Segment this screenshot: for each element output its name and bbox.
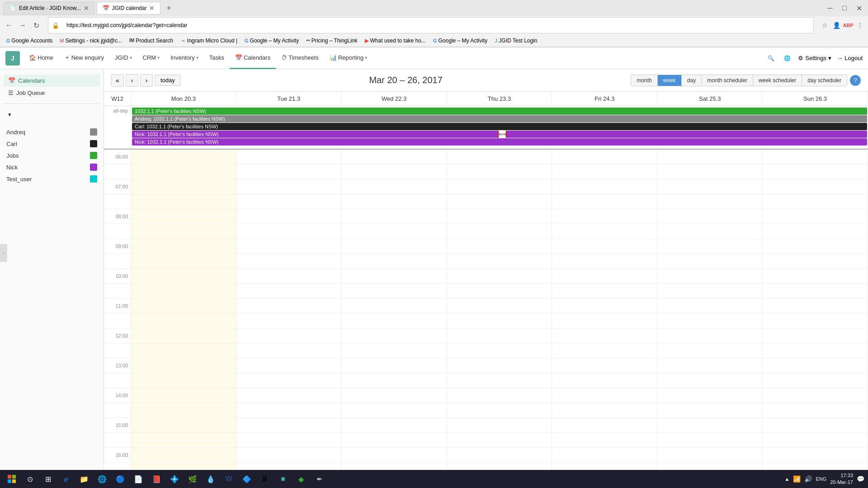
cal-help-btn[interactable]: ?	[850, 75, 861, 86]
taskbar-pen[interactable]: ✒	[311, 471, 327, 487]
day-cell-19-5[interactable]	[657, 433, 763, 448]
bookmark-star-icon[interactable]: ☆	[820, 21, 829, 30]
day-cell-21-5[interactable]	[657, 463, 763, 470]
day-cell-10-5[interactable]	[657, 299, 763, 314]
day-cell-12-6[interactable]	[763, 328, 868, 343]
nav-calendars[interactable]: 📅 Calendars	[230, 47, 276, 69]
day-cell-17-1[interactable]	[236, 403, 342, 418]
taskbar-folder[interactable]: 📁	[76, 471, 92, 487]
taskbar-app1[interactable]: 📄	[130, 471, 146, 487]
day-cell-5-3[interactable]	[447, 224, 552, 239]
taskbar-app5[interactable]: 💧	[203, 471, 219, 487]
day-cell-13-5[interactable]	[657, 343, 763, 358]
day-cell-21-4[interactable]	[552, 463, 657, 470]
adblock-icon[interactable]: ABP	[844, 21, 853, 30]
calendar-item-testuser[interactable]: Test_user	[4, 173, 100, 185]
day-cell-2-2[interactable]	[342, 179, 447, 194]
day-cell-21-3[interactable]	[447, 463, 552, 470]
sidebar-collapse-tab[interactable]: ‹	[0, 244, 7, 262]
close-btn[interactable]: ✕	[854, 3, 864, 14]
day-cell-8-4[interactable]	[552, 269, 657, 284]
day-cell-21-6[interactable]	[763, 463, 868, 470]
view-week-scheduler[interactable]: week scheduler	[753, 75, 802, 86]
day-cell-0-4[interactable]	[552, 150, 657, 164]
day-cell-17-2[interactable]	[342, 403, 447, 418]
day-cell-6-0[interactable]	[131, 239, 236, 254]
taskbar-app3[interactable]: 💠	[166, 471, 183, 487]
day-cell-5-0[interactable]	[131, 224, 236, 239]
view-month-scheduler[interactable]: month scheduler	[702, 75, 753, 86]
day-cell-0-2[interactable]	[342, 150, 447, 164]
day-cell-15-2[interactable]	[342, 373, 447, 388]
day-cell-14-5[interactable]	[657, 358, 763, 373]
day-cell-18-6[interactable]	[763, 418, 868, 433]
tab-2-close[interactable]: ✕	[149, 5, 155, 12]
time-grid-scroll[interactable]: 06:0007:0008:0009:0010:0011:0012:0013:00…	[104, 150, 868, 470]
day-cell-7-1[interactable]	[236, 254, 342, 269]
day-cell-2-0[interactable]	[131, 179, 236, 194]
taskbar-app7[interactable]: ■	[275, 471, 291, 487]
day-cell-6-6[interactable]	[763, 239, 868, 254]
bookmark-ingram[interactable]: → Ingram Micro Cloud |	[178, 37, 240, 45]
day-cell-2-1[interactable]	[236, 179, 342, 194]
day-cell-21-2[interactable]	[342, 463, 447, 470]
view-week[interactable]: week	[658, 75, 682, 86]
day-cell-9-6[interactable]	[763, 284, 868, 299]
day-cell-12-0[interactable]	[131, 328, 236, 343]
day-cell-20-5[interactable]	[657, 448, 763, 463]
day-cell-2-6[interactable]	[763, 179, 868, 194]
bookmark-settings[interactable]: M Settings - nick.jgid@c...	[57, 37, 125, 45]
day-cell-16-1[interactable]	[236, 388, 342, 403]
tray-notification-icon[interactable]: 💬	[857, 475, 864, 483]
new-tab-button[interactable]: +	[162, 2, 175, 14]
day-cell-16-3[interactable]	[447, 388, 552, 403]
day-cell-19-6[interactable]	[763, 433, 868, 448]
day-cell-0-5[interactable]	[657, 150, 763, 164]
url-input[interactable]	[63, 19, 810, 31]
day-cell-11-1[interactable]	[236, 314, 342, 328]
day-cell-20-0[interactable]	[131, 448, 236, 463]
day-cell-7-5[interactable]	[657, 254, 763, 269]
day-cell-8-3[interactable]	[447, 269, 552, 284]
day-cell-16-6[interactable]	[763, 388, 868, 403]
day-cell-18-4[interactable]	[552, 418, 657, 433]
day-cell-20-4[interactable]	[552, 448, 657, 463]
taskbar-app4[interactable]: 🌿	[184, 471, 201, 487]
day-cell-1-4[interactable]	[552, 164, 657, 179]
logout-link[interactable]: → Logout	[837, 55, 863, 61]
minimize-btn[interactable]: ─	[825, 3, 835, 14]
day-cell-6-5[interactable]	[657, 239, 763, 254]
day-cell-4-0[interactable]	[131, 209, 236, 224]
day-cell-7-2[interactable]	[342, 254, 447, 269]
day-cell-10-1[interactable]	[236, 299, 342, 314]
bookmark-google-my-activity1[interactable]: G Google – My Activity	[242, 37, 302, 45]
day-cell-14-0[interactable]	[131, 358, 236, 373]
allday-event-5[interactable]: Nick: 1032.1.1 (Peter's facilities NSW)	[132, 138, 867, 145]
nav-jgid[interactable]: JGID ▾	[109, 47, 137, 69]
day-cell-6-4[interactable]	[552, 239, 657, 254]
day-cell-14-1[interactable]	[236, 358, 342, 373]
day-cell-7-4[interactable]	[552, 254, 657, 269]
day-cell-4-4[interactable]	[552, 209, 657, 224]
event-resize-handle[interactable]: ⟺	[498, 131, 507, 138]
day-cell-14-3[interactable]	[447, 358, 552, 373]
day-cell-11-6[interactable]	[763, 314, 868, 328]
day-cell-15-3[interactable]	[447, 373, 552, 388]
cal-nav-next[interactable]: ›	[140, 74, 153, 87]
day-cell-17-5[interactable]	[657, 403, 763, 418]
day-cell-19-4[interactable]	[552, 433, 657, 448]
day-cell-1-3[interactable]	[447, 164, 552, 179]
day-cell-21-0[interactable]	[131, 463, 236, 470]
day-cell-10-4[interactable]	[552, 299, 657, 314]
day-cell-15-5[interactable]	[657, 373, 763, 388]
day-cell-3-2[interactable]	[342, 194, 447, 209]
day-cell-20-2[interactable]	[342, 448, 447, 463]
day-cell-15-6[interactable]	[763, 373, 868, 388]
day-cell-2-4[interactable]	[552, 179, 657, 194]
day-cell-0-3[interactable]	[447, 150, 552, 164]
nav-crm[interactable]: CRM ▾	[137, 47, 165, 69]
day-cell-12-2[interactable]	[342, 328, 447, 343]
taskbar-ie[interactable]: ℯ	[58, 471, 74, 487]
bookmark-product-search[interactable]: IM Product Search	[127, 37, 176, 45]
search-icon[interactable]: 🔍	[765, 53, 776, 64]
